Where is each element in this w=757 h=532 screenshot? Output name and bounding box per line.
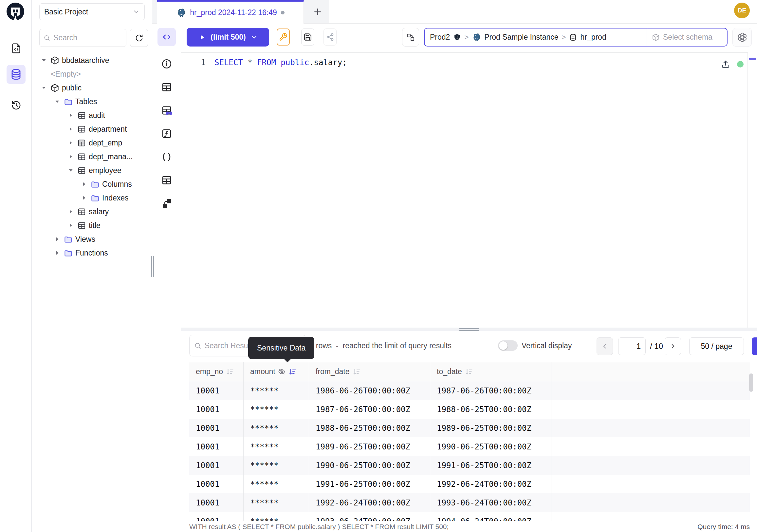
worksheet-rail-button[interactable]	[7, 39, 25, 58]
cell-filler	[551, 437, 750, 456]
tree-item-employee[interactable]: employee	[32, 164, 152, 177]
history-rail-button[interactable]	[7, 96, 25, 115]
sql-editor-mode-button[interactable]	[158, 28, 176, 46]
tree-item-dept-emp[interactable]: dept_emp	[32, 136, 152, 150]
caret-right-icon[interactable]	[67, 111, 75, 119]
tree-item-salary[interactable]: salary	[32, 205, 152, 218]
search-icon	[44, 34, 50, 42]
sort-icon[interactable]	[288, 367, 297, 376]
table-row: 10001 ****** 1992-06-24T00:00:00Z 1993-0…	[189, 493, 750, 512]
tree-item-title[interactable]: title	[32, 218, 152, 232]
tree-item-views[interactable]: Views	[32, 232, 152, 246]
functions-panel-button[interactable]	[161, 128, 172, 139]
connection-panel-button[interactable]	[402, 28, 419, 47]
export-button[interactable]	[752, 337, 757, 355]
ai-assistant-button[interactable]	[733, 28, 752, 47]
caret-down-icon[interactable]	[40, 84, 48, 92]
sensitive-columns-panel-button[interactable]	[161, 105, 172, 116]
column-header-emp-no[interactable]: emp_no	[189, 362, 244, 381]
sql-editor[interactable]: 1 SELECT * FROM public.salary;	[181, 52, 747, 328]
sort-icon[interactable]	[352, 367, 361, 376]
panel-resize-divider[interactable]	[181, 328, 757, 331]
caret-right-icon[interactable]	[67, 153, 75, 161]
caret-right-icon[interactable]	[80, 180, 88, 188]
format-sql-button[interactable]	[277, 28, 290, 46]
tree-item-public[interactable]: public	[32, 81, 152, 95]
tree-item-audit[interactable]: audit	[32, 109, 152, 122]
table-row: 10001 ****** 1986-06-26T00:00:00Z 1987-0…	[189, 381, 750, 400]
folder-icon	[64, 97, 73, 106]
next-page-button[interactable]	[665, 337, 681, 355]
cell-to-date: 1989-06-25T00:00:00Z	[430, 419, 551, 437]
vertical-display-toggle[interactable]	[498, 340, 518, 351]
cell-amount-masked: ******	[244, 437, 309, 456]
tree-item-label: audit	[89, 111, 105, 120]
caret-down-icon[interactable]	[40, 56, 48, 64]
tree-item-dept-manager[interactable]: dept_mana...	[32, 150, 152, 164]
postgresql-icon	[472, 33, 481, 42]
sidebar-search-input[interactable]	[53, 33, 122, 42]
query-time-label: Query time: 4 ms	[697, 523, 750, 531]
instance-label: Prod Sample Instance	[484, 33, 558, 42]
column-header-amount[interactable]: amount	[244, 362, 309, 381]
cell-to-date: 1991-06-25T00:00:00Z	[430, 456, 551, 475]
page-size-label: 50 / page	[701, 342, 733, 351]
select-schema-label: Select schema	[663, 33, 712, 42]
database-icon	[10, 69, 22, 80]
caret-right-icon[interactable]	[67, 125, 75, 133]
breadcrumb-separator: >	[464, 33, 469, 42]
refresh-schema-button[interactable]	[130, 29, 148, 47]
external-tables-panel-button[interactable]	[161, 174, 172, 186]
avatar-initials: DE	[738, 7, 746, 14]
prev-page-button[interactable]	[596, 337, 613, 355]
run-query-button[interactable]: (limit 500)	[187, 28, 269, 47]
tables-panel-button[interactable]	[161, 81, 172, 93]
tree-item-tables[interactable]: Tables	[32, 95, 152, 109]
schema-diagram-button[interactable]	[161, 198, 172, 209]
tree-item-bbdataarchive[interactable]: bbdataarchive	[32, 53, 152, 67]
user-avatar[interactable]: DE	[734, 3, 750, 18]
new-tab-button[interactable]	[306, 0, 329, 23]
wrench-icon	[279, 33, 288, 41]
table-row: 10001 ****** 1987-06-26T00:00:00Z 1988-0…	[189, 400, 750, 419]
tree-item-columns[interactable]: Columns	[32, 177, 152, 191]
tab-hr-prod[interactable]: hr_prod 2024-11-22 16:49	[157, 0, 304, 24]
connection-context[interactable]: Prod2 > Prod Sample Instance > hr_prod	[425, 28, 647, 46]
bytebase-logo[interactable]	[6, 2, 25, 21]
cell-filler	[551, 419, 750, 437]
save-sheet-button[interactable]	[301, 28, 314, 46]
share-sheet-button[interactable]	[323, 28, 337, 46]
caret-right-icon[interactable]	[67, 221, 75, 229]
project-selector[interactable]: Basic Project	[39, 3, 145, 20]
editor-scroll-gutter[interactable]	[747, 52, 757, 328]
folder-icon	[64, 235, 73, 244]
database-rail-button[interactable]	[7, 65, 25, 84]
sort-icon[interactable]	[465, 367, 473, 376]
caret-right-icon[interactable]	[67, 208, 75, 216]
cell-emp-no: 10001	[189, 400, 244, 419]
tree-item-indexes[interactable]: Indexes	[32, 191, 152, 205]
caret-down-icon[interactable]	[67, 167, 75, 174]
page-number-input[interactable]	[618, 337, 646, 355]
column-label: amount	[250, 367, 275, 376]
cell-to-date: 1992-06-24T00:00:00Z	[430, 475, 551, 493]
column-header-to-date[interactable]: to_date	[430, 362, 551, 381]
caret-right-icon[interactable]	[80, 194, 88, 202]
upload-icon[interactable]	[721, 60, 730, 69]
caret-right-icon[interactable]	[67, 139, 75, 147]
column-header-from-date[interactable]: from_date	[309, 362, 430, 381]
procedures-panel-button[interactable]	[161, 151, 172, 163]
caret-right-icon[interactable]	[53, 235, 61, 243]
sensitive-eye-off-icon[interactable]	[278, 368, 286, 375]
environment-label: Prod2	[430, 33, 450, 42]
caret-right-icon[interactable]	[53, 249, 61, 257]
select-schema-button[interactable]: Select schema	[647, 28, 727, 46]
sort-icon[interactable]	[226, 367, 234, 376]
results-scrollbar-thumb[interactable]	[749, 373, 753, 392]
cell-emp-no: 10001	[189, 493, 244, 512]
tree-item-functions[interactable]: Functions	[32, 246, 152, 260]
caret-down-icon[interactable]	[53, 98, 61, 106]
tree-item-department[interactable]: department	[32, 122, 152, 136]
info-panel-button[interactable]	[161, 58, 172, 70]
page-size-select[interactable]: 50 / page	[689, 337, 744, 355]
